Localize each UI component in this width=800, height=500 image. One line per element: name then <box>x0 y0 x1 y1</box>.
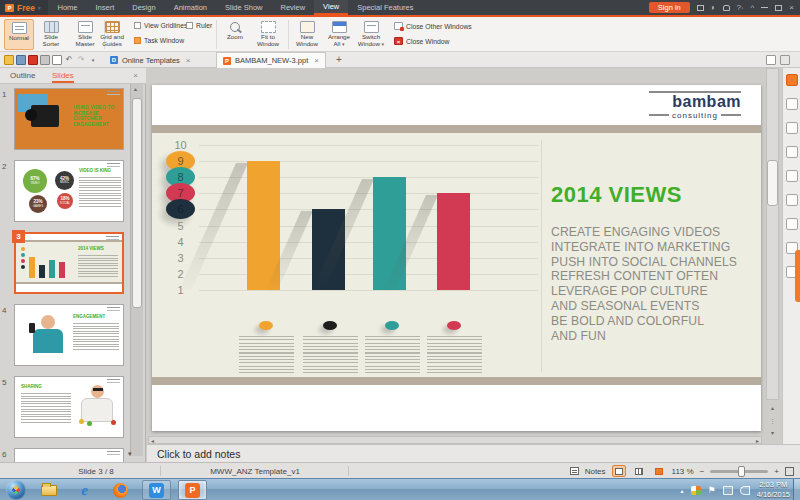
zoom-button[interactable]: Zoom <box>220 19 250 50</box>
collapse-ribbon-icon[interactable]: ^ <box>751 3 755 13</box>
task-pane-icon[interactable] <box>786 194 798 206</box>
switch-window-button[interactable]: Switch Window ▾ <box>356 19 386 50</box>
task-pane-icon[interactable] <box>786 146 798 158</box>
new-window-button[interactable]: New Window <box>292 19 322 50</box>
slide-thumbnail-6[interactable] <box>14 448 124 462</box>
new-file-pane-icon[interactable] <box>786 74 798 86</box>
close-icon[interactable]: × <box>186 56 191 65</box>
next-slide-button[interactable]: ▾ <box>771 429 774 436</box>
previous-slide-button[interactable]: ▴ <box>771 404 774 411</box>
grid-and-guides-button[interactable]: Grid and Guides <box>94 19 130 50</box>
task-pane-icon[interactable] <box>786 218 798 230</box>
zoom-slider-thumb[interactable] <box>738 466 745 477</box>
close-window-button[interactable]: × Close Window <box>394 37 449 45</box>
slide-sorter-toggle[interactable] <box>632 465 646 477</box>
taskbar-wps-writer-button[interactable]: W <box>142 480 171 500</box>
tab-review[interactable]: Review <box>272 0 315 15</box>
sign-in-button[interactable]: Sign in <box>649 2 690 13</box>
slide-thumbnail-3-selected[interactable]: 2014 VIEWS <box>14 232 124 294</box>
store-icon[interactable] <box>697 5 704 11</box>
vertical-scrollbar-thumb[interactable] <box>767 160 778 206</box>
tab-home[interactable]: Home <box>48 0 86 15</box>
close-icon[interactable]: × <box>314 56 319 65</box>
taskbar-firefox-button[interactable] <box>106 480 135 500</box>
close-other-windows-button[interactable]: Close Other Windows <box>394 22 472 30</box>
slide-body-textbox[interactable]: CREATE ENGAGING VIDEOSINTEGRATE INTO MAR… <box>551 225 737 343</box>
qat-customize-icon[interactable]: ▾ <box>88 55 98 65</box>
restore-button[interactable] <box>775 5 782 11</box>
volume-icon[interactable] <box>740 486 750 495</box>
taskbar-ie-button[interactable]: e <box>70 480 99 500</box>
taskbar-explorer-button[interactable] <box>34 480 63 500</box>
task-pane-icon[interactable] <box>786 170 798 182</box>
show-desktop-button[interactable] <box>793 479 800 500</box>
slide-canvas[interactable]: bambam consulting 10987654321 2014 VIEWS… <box>152 85 761 431</box>
new-tab-button[interactable]: + <box>336 54 342 65</box>
wps-tray-icon[interactable] <box>691 486 701 495</box>
action-center-flag-icon[interactable]: ⚑ <box>708 485 716 495</box>
task-pane-pull-tab[interactable] <box>795 250 800 302</box>
ruler-checkbox[interactable]: Ruler <box>186 22 212 29</box>
zoom-in-button[interactable]: + <box>774 467 779 476</box>
tab-special-features[interactable]: Special Features <box>348 0 422 15</box>
outline-tab[interactable]: Outline <box>10 71 35 80</box>
tab-slide-show[interactable]: Slide Show <box>216 0 272 15</box>
task-pane-icon[interactable] <box>786 122 798 134</box>
fit-slide-icon[interactable] <box>785 467 794 476</box>
redo-icon[interactable]: ↷ <box>76 55 86 65</box>
scroll-up-icon[interactable]: ▴ <box>134 85 137 92</box>
slide-sorter-button[interactable]: Slide Sorter <box>36 19 66 50</box>
task-pane-icon[interactable] <box>786 98 798 110</box>
tab-view[interactable]: View <box>314 0 348 15</box>
save-icon[interactable] <box>16 55 26 65</box>
feedback-icon[interactable]: ◗ <box>711 3 716 13</box>
slideshow-toggle[interactable] <box>652 465 666 477</box>
close-panel-icon[interactable]: × <box>133 71 138 80</box>
print-icon[interactable] <box>40 55 50 65</box>
fit-to-window-button[interactable]: Fit to Window <box>252 19 284 50</box>
taskbar-clock[interactable]: 2:03 PM 4/16/2015 <box>757 480 790 500</box>
help-icon[interactable]: ?▾ <box>737 3 744 13</box>
slide-thumbnail-2[interactable]: 67%VIDEO42%MUSIC23%GAMES18%SOCIAL VIDEO … <box>14 160 124 222</box>
close-button[interactable]: × <box>789 3 794 13</box>
scroll-left-icon[interactable]: ◂ <box>151 437 154 444</box>
chart-bar[interactable] <box>437 193 470 290</box>
nav-handle-icon[interactable]: ⋮ <box>770 417 776 424</box>
tab-design[interactable]: Design <box>123 0 164 15</box>
slide-thumbnail-5[interactable]: SHARING <box>14 376 124 438</box>
vertical-scrollbar[interactable] <box>766 68 779 400</box>
panel-expand-icon[interactable]: ▾ <box>128 450 132 458</box>
doc-tab-bambam[interactable]: P BAMBAM_NEW-3.ppt × <box>216 52 326 68</box>
app-menu-button[interactable]: P Free ▾ <box>0 0 48 15</box>
panel-scrollbar[interactable]: ▴ <box>130 84 143 456</box>
undo-icon[interactable]: ↶ <box>64 55 74 65</box>
skin-theme-icon[interactable] <box>723 5 730 11</box>
zoom-slider[interactable] <box>710 470 768 473</box>
open-folder-icon[interactable] <box>4 55 14 65</box>
tab-insert[interactable]: Insert <box>87 0 124 15</box>
zoom-out-button[interactable]: − <box>700 467 705 476</box>
slide-title[interactable]: 2014 VIEWS <box>551 182 682 208</box>
print-preview-icon[interactable] <box>52 55 62 65</box>
doc-tab-online-templates[interactable]: D Online Templates × <box>104 52 196 68</box>
slide-thumbnail-1[interactable]: USING VIDEO TO INCREASE CUSTOMER ENGAGEM… <box>14 88 124 150</box>
normal-view-button[interactable]: Normal <box>4 19 34 50</box>
arrange-all-button[interactable]: Arrange All ▾ <box>324 19 354 50</box>
network-icon[interactable] <box>723 486 733 495</box>
start-button[interactable] <box>6 480 26 500</box>
taskbar-wps-presentation-button[interactable]: P <box>178 480 207 500</box>
horizontal-scrollbar[interactable]: ◂ ▸ <box>148 436 762 444</box>
export-pdf-icon[interactable] <box>28 55 38 65</box>
notes-toggle-label[interactable]: Notes <box>585 467 606 476</box>
scroll-right-icon[interactable]: ▸ <box>756 437 759 444</box>
minimize-button[interactable] <box>761 7 768 8</box>
notes-area[interactable]: Click to add notes <box>147 444 800 462</box>
view-gridlines-checkbox[interactable]: View Gridlines <box>134 22 187 29</box>
tray-expand-icon[interactable]: ▴ <box>681 487 684 494</box>
panel-scrollbar-thumb[interactable] <box>132 98 142 308</box>
slides-tab[interactable]: Slides <box>52 71 74 83</box>
notes-toggle-icon[interactable] <box>570 467 579 475</box>
slide-thumbnail-4[interactable]: ENGAGEMENT <box>14 304 124 366</box>
tab-animation[interactable]: Animation <box>165 0 216 15</box>
task-window-checkbox[interactable]: Task Window <box>134 37 184 44</box>
